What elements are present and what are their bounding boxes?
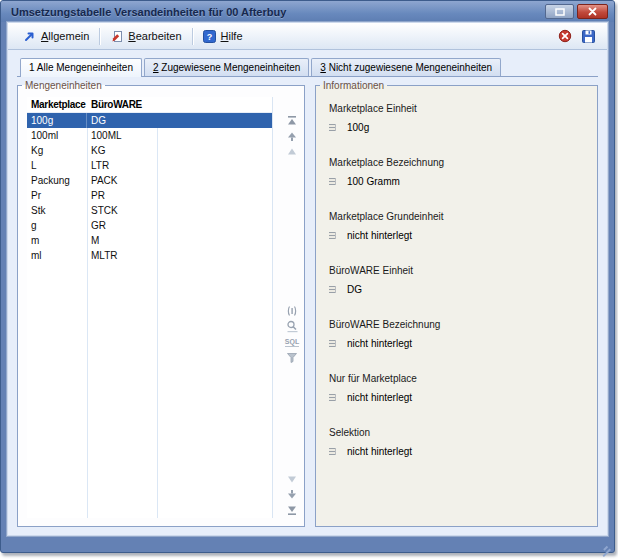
info-fields: Marketplace Einheit 100g Marketplace Bez… [322, 95, 591, 520]
info-label: Marketplace Einheit [329, 103, 591, 114]
info-value: nicht hinterlegt [347, 446, 412, 457]
toolbar-separator [99, 28, 100, 45]
restore-icon [555, 8, 565, 16]
toolbar: Allgemein Bearbeiten ? Hilfe [8, 23, 607, 50]
dialog-body: Allgemein Bearbeiten ? Hilfe [7, 22, 608, 536]
info-field-nur-fuer-marketplace: Nur für Marketplace nicht hinterlegt [329, 373, 591, 403]
save-icon[interactable] [582, 30, 595, 43]
scroll-bottom-icon [286, 505, 298, 516]
info-field-selektion: Selektion nicht hinterlegt [329, 427, 591, 457]
list-bullet-icon [329, 124, 336, 131]
scroll-top-icon [286, 115, 298, 126]
allgemein-button[interactable]: Allgemein [16, 27, 96, 46]
mengeneinheiten-groupbox: Mengeneinheiten Marketplace BüroWARE 100… [17, 80, 305, 527]
table-row[interactable]: m M [27, 233, 272, 248]
close-button[interactable] [577, 4, 608, 19]
page-up-icon [286, 147, 298, 156]
cell-marketplace[interactable]: Pr [27, 188, 87, 203]
table-row[interactable]: Pr PR [27, 188, 272, 203]
info-field-marketplace-einheit: Marketplace Einheit 100g [329, 103, 591, 133]
cell-bueroware[interactable]: MLTR [87, 248, 157, 263]
window-title: Umsetzungstabelle Versandeinheiten für 0… [11, 6, 286, 18]
jump-arrow-icon [23, 30, 36, 43]
cell-marketplace[interactable]: Packung [27, 173, 87, 188]
cell-marketplace[interactable]: ml [27, 248, 87, 263]
help-icon: ? [203, 30, 216, 43]
cell-bueroware[interactable]: KG [87, 143, 157, 158]
sql-filter-button[interactable]: SQL [285, 335, 299, 349]
page-down-button[interactable] [285, 472, 299, 486]
mengeneinheiten-group-label: Mengeneinheiten [22, 80, 105, 91]
page-up-button[interactable] [285, 144, 299, 158]
cell-bueroware[interactable]: STCK [87, 203, 157, 218]
info-label: Marketplace Grundeinheit [329, 211, 591, 222]
table-row[interactable]: g GR [27, 218, 272, 233]
resize-grip[interactable] [597, 539, 611, 550]
cell-marketplace[interactable]: 100g [27, 113, 87, 128]
cell-marketplace[interactable]: m [27, 233, 87, 248]
column-header-marketplace[interactable]: Marketplace [27, 97, 87, 112]
cancel-icon[interactable] [558, 29, 572, 43]
filter-icon [286, 352, 298, 363]
row-down-icon [286, 489, 298, 500]
cell-bueroware[interactable]: DG [87, 113, 157, 128]
cell-bueroware[interactable]: LTR [87, 158, 157, 173]
tab-nicht-zugewiesene-mengeneinheiten[interactable]: 3 Nicht zugewiesene Mengeneinheiten [311, 58, 501, 76]
cell-bueroware[interactable]: PACK [87, 173, 157, 188]
toolbar-separator [192, 28, 193, 45]
close-icon [588, 7, 597, 16]
cell-marketplace[interactable]: 100ml [27, 128, 87, 143]
list-bullet-icon [329, 286, 336, 293]
tab-alle-mengeneinheiten[interactable]: 1 Alle Mengeneinheiten [20, 58, 142, 77]
hilfe-button[interactable]: ? Hilfe [196, 27, 250, 46]
restore-button[interactable] [545, 4, 574, 19]
svg-text:?: ? [206, 31, 212, 41]
cell-bueroware[interactable]: 100ML [87, 128, 157, 143]
row-down-button[interactable] [285, 487, 299, 501]
info-value: nicht hinterlegt [347, 230, 412, 241]
units-table[interactable]: Marketplace BüroWARE 100g DG 100ml 100ML [27, 97, 273, 518]
table-row[interactable]: 100ml 100ML [27, 128, 272, 143]
table-row[interactable]: ml MLTR [27, 248, 272, 263]
table-row[interactable]: Kg KG [27, 143, 272, 158]
info-field-bueroware-einheit: BüroWARE Einheit DG [329, 265, 591, 295]
bearbeiten-button[interactable]: Bearbeiten [103, 27, 188, 46]
tab-zugewiesene-mengeneinheiten[interactable]: 2 Zugewiesene Mengeneinheiten [144, 58, 309, 76]
informationen-groupbox: Informationen Marketplace Einheit 100g M… [315, 80, 598, 527]
search-button[interactable] [285, 319, 299, 333]
info-label: BüroWARE Einheit [329, 265, 591, 276]
info-value: DG [347, 284, 362, 295]
cell-marketplace[interactable]: L [27, 158, 87, 173]
tab-content: Mengeneinheiten Marketplace BüroWARE 100… [8, 77, 607, 535]
filter-button[interactable] [285, 350, 299, 364]
search-icon [286, 320, 299, 333]
table-header[interactable]: Marketplace BüroWARE [27, 97, 272, 113]
row-up-button[interactable] [285, 129, 299, 143]
scroll-bottom-button[interactable] [285, 503, 299, 517]
cell-bueroware[interactable]: GR [87, 218, 157, 233]
app-window: Umsetzungstabelle Versandeinheiten für 0… [0, 0, 615, 553]
cell-marketplace[interactable]: Stk [27, 203, 87, 218]
scroll-top-button[interactable] [285, 113, 299, 127]
table-row[interactable]: 100g DG [27, 113, 272, 128]
titlebar[interactable]: Umsetzungstabelle Versandeinheiten für 0… [1, 1, 614, 22]
list-bullet-icon [329, 394, 336, 401]
info-value: 100 Gramm [347, 176, 400, 187]
list-bullet-icon [329, 232, 336, 239]
table-row[interactable]: L LTR [27, 158, 272, 173]
cell-bueroware[interactable]: M [87, 233, 157, 248]
list-bullet-icon [329, 178, 336, 185]
column-header-bueroware[interactable]: BüroWARE [87, 97, 157, 112]
list-bullet-icon [329, 340, 336, 347]
table-row[interactable]: Packung PACK [27, 173, 272, 188]
cell-marketplace[interactable]: g [27, 218, 87, 233]
cell-marketplace[interactable]: Kg [27, 143, 87, 158]
cell-bueroware[interactable]: PR [87, 188, 157, 203]
tab-strip: 1 Alle Mengeneinheiten 2 Zugewiesene Men… [17, 56, 598, 77]
fit-columns-icon [286, 305, 298, 317]
info-label: Selektion [329, 427, 591, 438]
table-row[interactable]: Stk STCK [27, 203, 272, 218]
info-label: Nur für Marketplace [329, 373, 591, 384]
fit-columns-button[interactable] [285, 304, 299, 318]
info-value: nicht hinterlegt [347, 392, 412, 403]
